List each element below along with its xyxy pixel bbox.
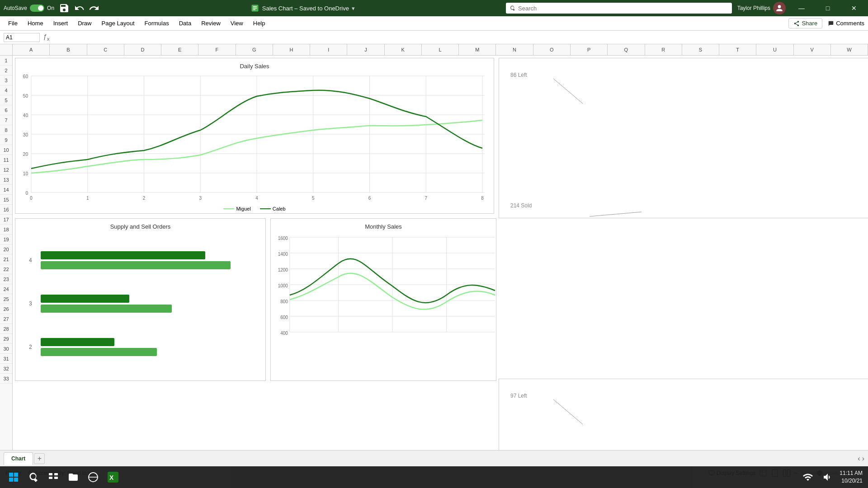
row-12[interactable]: 12 bbox=[0, 165, 12, 175]
browser-icon[interactable] bbox=[85, 469, 101, 485]
row-29[interactable]: 29 bbox=[0, 334, 12, 344]
row-1[interactable]: 1 bbox=[0, 56, 12, 66]
row-31[interactable]: 31 bbox=[0, 354, 12, 364]
svg-rect-69 bbox=[9, 478, 13, 482]
row-22[interactable]: 22 bbox=[0, 264, 12, 274]
monthly-sales-title: Monthly Sales bbox=[271, 219, 496, 232]
row-33[interactable]: 33 bbox=[0, 374, 12, 384]
row-16[interactable]: 16 bbox=[0, 205, 12, 215]
donut-chart-2[interactable]: 97 Left Sale bbox=[499, 379, 868, 450]
row-2[interactable]: 2 bbox=[0, 66, 12, 75]
menu-item-home[interactable]: Home bbox=[23, 18, 48, 28]
add-sheet-button[interactable]: + bbox=[34, 453, 45, 464]
col-m[interactable]: M bbox=[459, 44, 496, 55]
col-d[interactable]: D bbox=[124, 44, 161, 55]
col-a[interactable]: A bbox=[13, 44, 50, 55]
cell-reference[interactable] bbox=[4, 33, 40, 42]
row-25[interactable]: 25 bbox=[0, 294, 12, 304]
col-g[interactable]: G bbox=[236, 44, 273, 55]
tab-scroll-right[interactable]: › bbox=[862, 455, 864, 463]
row-32[interactable]: 32 bbox=[0, 364, 12, 374]
row-19[interactable]: 19 bbox=[0, 235, 12, 244]
row-4[interactable]: 4 bbox=[0, 85, 12, 95]
col-f[interactable]: F bbox=[198, 44, 236, 55]
row-13[interactable]: 13 bbox=[0, 175, 12, 185]
col-q[interactable]: Q bbox=[608, 44, 645, 55]
supply-sell-chart[interactable]: Supply and Sell Orders 4 3 bbox=[15, 218, 266, 381]
share-button[interactable]: Share bbox=[788, 18, 822, 28]
menu-item-file[interactable]: File bbox=[4, 18, 22, 28]
row-17[interactable]: 17 bbox=[0, 215, 12, 225]
row-20[interactable]: 20 bbox=[0, 244, 12, 254]
menu-item-review[interactable]: Review bbox=[197, 18, 225, 28]
title-dropdown-icon[interactable]: ▾ bbox=[352, 5, 355, 12]
row-7[interactable]: 7 bbox=[0, 115, 12, 125]
col-p[interactable]: P bbox=[571, 44, 608, 55]
row-28[interactable]: 28 bbox=[0, 324, 12, 334]
col-b[interactable]: B bbox=[50, 44, 87, 55]
menu-item-draw[interactable]: Draw bbox=[73, 18, 96, 28]
row-10[interactable]: 10 bbox=[0, 145, 12, 155]
col-l[interactable]: L bbox=[422, 44, 459, 55]
row-26[interactable]: 26 bbox=[0, 304, 12, 314]
row-3[interactable]: 3 bbox=[0, 75, 12, 85]
file-explorer-icon[interactable] bbox=[65, 469, 81, 485]
autosave-toggle[interactable] bbox=[30, 5, 44, 12]
row-6[interactable]: 6 bbox=[0, 105, 12, 115]
col-e[interactable]: E bbox=[161, 44, 198, 55]
close-button[interactable]: ✕ bbox=[844, 0, 864, 16]
menu-item-formulas[interactable]: Formulas bbox=[140, 18, 174, 28]
search-bar[interactable] bbox=[506, 3, 732, 14]
row-15[interactable]: 15 bbox=[0, 195, 12, 205]
donut-chart-1[interactable]: 86 Left 214 Sold bbox=[499, 58, 868, 218]
col-t[interactable]: T bbox=[719, 44, 756, 55]
menu-item-help[interactable]: Help bbox=[249, 18, 270, 28]
row-14[interactable]: 14 bbox=[0, 185, 12, 195]
col-s[interactable]: S bbox=[682, 44, 719, 55]
row-11[interactable]: 11 bbox=[0, 155, 12, 165]
col-h[interactable]: H bbox=[273, 44, 310, 55]
redo-icon[interactable] bbox=[89, 3, 99, 14]
row-21[interactable]: 21 bbox=[0, 254, 12, 264]
row-8[interactable]: 8 bbox=[0, 125, 12, 135]
col-n[interactable]: N bbox=[496, 44, 533, 55]
menu-item-view[interactable]: View bbox=[226, 18, 248, 28]
col-r[interactable]: R bbox=[645, 44, 682, 55]
minimize-button[interactable]: — bbox=[791, 0, 812, 16]
col-k[interactable]: K bbox=[385, 44, 422, 55]
menu-item-pagelayout[interactable]: Page Layout bbox=[97, 18, 139, 28]
menu-item-data[interactable]: Data bbox=[175, 18, 196, 28]
undo-icon[interactable] bbox=[74, 3, 85, 14]
save-icon[interactable] bbox=[58, 2, 71, 14]
row-27[interactable]: 27 bbox=[0, 314, 12, 324]
menu-item-insert[interactable]: Insert bbox=[49, 18, 73, 28]
row-30[interactable]: 30 bbox=[0, 344, 12, 354]
tab-scroll-left[interactable]: ‹ bbox=[858, 455, 860, 463]
col-i[interactable]: I bbox=[310, 44, 347, 55]
search-taskbar-icon[interactable] bbox=[25, 469, 42, 485]
row-5[interactable]: 5 bbox=[0, 95, 12, 105]
task-view-icon[interactable] bbox=[45, 469, 61, 485]
excel-taskbar-icon[interactable]: X bbox=[105, 469, 121, 485]
col-w[interactable]: W bbox=[831, 44, 868, 55]
volume-icon[interactable] bbox=[820, 469, 836, 485]
row-24[interactable]: 24 bbox=[0, 284, 12, 294]
search-input[interactable] bbox=[518, 5, 728, 12]
maximize-button[interactable]: □ bbox=[817, 0, 838, 16]
start-button[interactable] bbox=[5, 469, 22, 485]
daily-sales-chart[interactable]: Daily Sales 60 50 40 30 20 10 0 bbox=[15, 58, 494, 214]
user-avatar[interactable] bbox=[773, 2, 786, 14]
col-c[interactable]: C bbox=[87, 44, 124, 55]
row-9[interactable]: 9 bbox=[0, 135, 12, 145]
col-o[interactable]: O bbox=[533, 44, 571, 55]
row-18[interactable]: 18 bbox=[0, 225, 12, 235]
col-v[interactable]: V bbox=[794, 44, 831, 55]
col-j[interactable]: J bbox=[347, 44, 384, 55]
network-icon[interactable] bbox=[800, 469, 816, 485]
sheet-tab-chart[interactable]: Chart bbox=[4, 452, 33, 465]
row-23[interactable]: 23 bbox=[0, 274, 12, 284]
monthly-sales-chart[interactable]: Monthly Sales 1600 1400 1200 1000 800 60… bbox=[270, 218, 496, 381]
formula-input[interactable] bbox=[53, 34, 864, 41]
col-u[interactable]: U bbox=[756, 44, 793, 55]
comments-button[interactable]: Comments bbox=[828, 20, 864, 27]
